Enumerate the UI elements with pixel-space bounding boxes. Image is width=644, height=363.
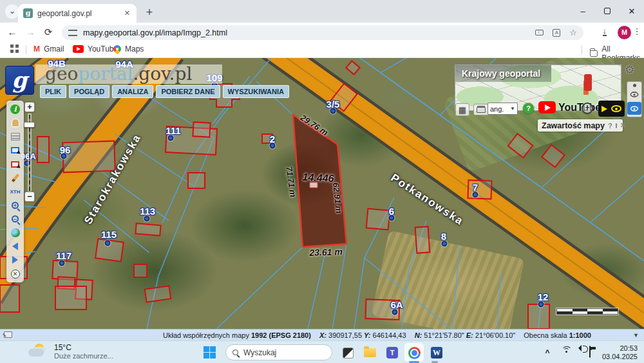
task-view-button[interactable]: [340, 345, 355, 360]
panel-help-icon[interactable]: ?: [608, 122, 612, 130]
language-select[interactable]: ang. ▼: [488, 103, 518, 115]
browser-menu-icon[interactable]: ⋮: [632, 26, 641, 36]
bookmark-maps[interactable]: Maps: [113, 44, 144, 54]
install-app-icon[interactable]: [535, 30, 544, 35]
parcel-label: 6A: [390, 299, 402, 310]
profile-avatar[interactable]: M: [618, 26, 631, 39]
menu-wyszukiwania[interactable]: WYSZUKIWANIA: [223, 85, 289, 98]
tray-chevron-icon[interactable]: ^: [540, 346, 554, 359]
teams-button[interactable]: T: [384, 345, 400, 360]
bookmark-youtube[interactable]: YouTube: [73, 44, 118, 54]
identify-table-tool-icon[interactable]: [10, 132, 21, 142]
address-point: [392, 309, 398, 315]
address-point: [473, 192, 478, 198]
system-tray: ^ 20:53 03.04.2025: [540, 341, 644, 363]
scale-value: 1:1000: [569, 331, 591, 339]
legend-grid-button[interactable]: ▦: [455, 103, 469, 116]
next-view-icon[interactable]: [10, 255, 21, 266]
menu-pobierz-dane[interactable]: POBIERZ DANE: [156, 85, 220, 98]
address-point: [168, 135, 174, 141]
tab-title: geoportal.gov.pl: [37, 9, 118, 18]
select-rectangle-tool-icon[interactable]: [10, 145, 21, 156]
pan-hand-tool-icon[interactable]: [10, 117, 21, 128]
taskbar-weather-widget[interactable]: 15°C Duże zachmurze...: [28, 343, 113, 360]
window-maximize-button[interactable]: [595, 0, 620, 23]
taskbar-search[interactable]: Wyszukaj: [225, 344, 332, 360]
help-button[interactable]: ?: [523, 103, 534, 114]
forward-button[interactable]: →: [23, 25, 37, 39]
bookmark-label: Maps: [125, 44, 144, 54]
map-contents-panel: Zawartość mapy ? ✕: [538, 119, 623, 132]
zoom-in-tool-icon[interactable]: +: [10, 200, 21, 211]
file-explorer-button[interactable]: [362, 345, 377, 360]
n-value: 51°21'57.80": [424, 331, 464, 339]
language-value: ang.: [490, 105, 504, 113]
address-bar[interactable]: mapy.geoportal.gov.pl/imap/Imgp_2.html A…: [62, 25, 583, 40]
map-canvas[interactable]: Starokrakowska Potkanowska 29.76 m 71.71…: [0, 58, 644, 329]
info-tool-icon[interactable]: i: [10, 104, 21, 115]
previous-view-icon[interactable]: [10, 241, 21, 252]
reload-button[interactable]: ⟳: [41, 25, 55, 39]
url-text[interactable]: mapy.geoportal.gov.pl/imap/Imgp_2.html: [83, 28, 535, 37]
site-settings-icon[interactable]: [68, 30, 77, 36]
geoportal-logo[interactable]: g: [5, 66, 34, 95]
full-extent-globe-icon[interactable]: [10, 227, 21, 238]
menu-analiza[interactable]: ANALIZA: [112, 85, 153, 98]
zoom-out-tool-icon[interactable]: −: [10, 213, 21, 224]
volume-icon[interactable]: [569, 346, 583, 359]
measurement-area: 14.446: [302, 172, 334, 185]
eye-outline-icon[interactable]: [630, 92, 639, 97]
y-value: 646144,43: [373, 331, 406, 339]
folder-icon: [590, 50, 598, 57]
wifi-icon[interactable]: [554, 346, 569, 359]
settings-wheel-icon[interactable]: +: [582, 103, 593, 114]
weather-icon: [28, 344, 48, 360]
parcel-label: 111: [166, 125, 180, 136]
statusbar-dropdown-icon[interactable]: ▼: [633, 332, 639, 338]
window-minimize-button[interactable]: –: [571, 0, 595, 23]
bookmark-star-icon[interactable]: ☆: [569, 28, 577, 37]
map-contents-title: Zawartość mapy: [542, 121, 605, 130]
bookmarks-divider: [26, 45, 26, 54]
translate-icon[interactable]: A: [553, 29, 560, 37]
new-tab-button[interactable]: +: [142, 5, 157, 21]
battery-icon[interactable]: [583, 346, 597, 359]
start-button[interactable]: [204, 346, 216, 358]
zoom-slider-handle[interactable]: [24, 122, 35, 128]
visibility-toggle-pill[interactable]: [598, 101, 625, 117]
tab-close-icon[interactable]: ✕: [123, 8, 131, 19]
status-text: Układ współrzędnych mapy 1992 (EPSG 2180…: [163, 331, 591, 339]
draw-pencil-tool-icon[interactable]: [10, 172, 21, 183]
map-extent-icon[interactable]: [4, 331, 12, 338]
geoportal-menu: PLIK POGLĄD ANALIZA POBIERZ DANE WYSZUKI…: [40, 85, 289, 98]
active-eye-button[interactable]: [627, 102, 641, 115]
print-button[interactable]: [473, 104, 489, 115]
deselect-rectangle-tool-icon[interactable]: [10, 159, 21, 170]
browser-tab[interactable]: g geoportal.gov.pl ✕: [18, 4, 137, 23]
chrome-button[interactable]: [406, 345, 422, 360]
gear-icon[interactable]: ⚙: [625, 63, 634, 77]
xth-tool-button[interactable]: XTH: [10, 186, 21, 197]
bookmark-gmail[interactable]: M Gmail: [33, 44, 64, 54]
weather-temp: 15°C: [54, 343, 113, 352]
dot-icon[interactable]: [633, 84, 636, 87]
x-value: 390917,55: [328, 331, 362, 339]
youtube-play-icon: [538, 101, 556, 113]
taskbar-clock[interactable]: 20:53 03.04.2025: [602, 344, 638, 361]
youtube-wordmark: YouTube: [558, 102, 601, 113]
measurement-bottom: 23.61 m: [309, 246, 343, 258]
window-close-button[interactable]: ✕: [620, 0, 644, 23]
tab-search-chevron-icon[interactable]: ⌄: [5, 5, 19, 19]
back-button[interactable]: ←: [5, 25, 19, 39]
zoom-out-button[interactable]: −: [24, 191, 35, 202]
gmail-icon: M: [33, 44, 40, 54]
menu-plik[interactable]: PLIK: [40, 85, 66, 98]
menu-poglad[interactable]: POGLĄD: [69, 85, 109, 98]
panel-restore-icon[interactable]: [616, 123, 617, 128]
zoom-in-button[interactable]: +: [24, 102, 35, 112]
panel-close-icon[interactable]: ✕: [620, 121, 626, 130]
apps-grid-icon[interactable]: [10, 44, 19, 53]
word-button[interactable]: W: [429, 345, 444, 360]
downloads-icon[interactable]: ↓: [603, 27, 607, 36]
clear-selection-icon[interactable]: ✕: [10, 268, 21, 279]
